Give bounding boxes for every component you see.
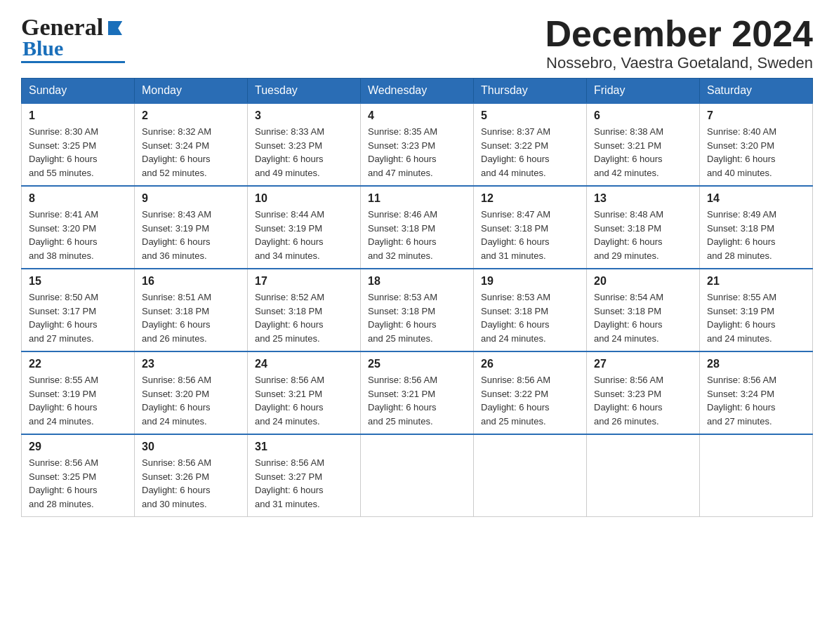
- day-info: Sunrise: 8:54 AMSunset: 3:18 PMDaylight:…: [594, 290, 692, 345]
- calendar-header: Sunday Monday Tuesday Wednesday Thursday…: [22, 79, 813, 104]
- page-header: General Blue December 2024 Nossebro, Vae…: [21, 14, 813, 72]
- day-info: Sunrise: 8:35 AMSunset: 3:23 PMDaylight:…: [368, 125, 466, 180]
- day-info: Sunrise: 8:37 AMSunset: 3:22 PMDaylight:…: [481, 125, 579, 180]
- day-info: Sunrise: 8:56 AMSunset: 3:22 PMDaylight:…: [481, 373, 579, 428]
- day-number: 28: [707, 358, 805, 370]
- calendar-cell: 5Sunrise: 8:37 AMSunset: 3:22 PMDaylight…: [474, 103, 587, 186]
- day-number: 29: [29, 441, 127, 453]
- day-info: Sunrise: 8:53 AMSunset: 3:18 PMDaylight:…: [368, 290, 466, 345]
- day-info: Sunrise: 8:30 AMSunset: 3:25 PMDaylight:…: [29, 125, 127, 180]
- day-number: 4: [368, 109, 466, 122]
- calendar-cell: 3Sunrise: 8:33 AMSunset: 3:23 PMDaylight…: [248, 103, 361, 186]
- calendar-cell: 16Sunrise: 8:51 AMSunset: 3:18 PMDayligh…: [135, 269, 248, 351]
- calendar-cell: 11Sunrise: 8:46 AMSunset: 3:18 PMDayligh…: [361, 186, 474, 269]
- day-number: 14: [707, 192, 805, 205]
- logo-flag-icon: [105, 18, 125, 38]
- day-info: Sunrise: 8:43 AMSunset: 3:19 PMDaylight:…: [142, 208, 240, 262]
- calendar-cell: [587, 434, 700, 517]
- day-number: 6: [594, 109, 692, 122]
- day-number: 9: [142, 192, 240, 205]
- day-number: 11: [368, 192, 466, 205]
- day-info: Sunrise: 8:44 AMSunset: 3:19 PMDaylight:…: [255, 208, 353, 262]
- day-number: 3: [255, 109, 353, 122]
- calendar-cell: 8Sunrise: 8:41 AMSunset: 3:20 PMDaylight…: [22, 186, 135, 269]
- day-number: 1: [29, 109, 127, 122]
- day-number: 27: [594, 358, 692, 370]
- day-info: Sunrise: 8:48 AMSunset: 3:18 PMDaylight:…: [594, 208, 692, 262]
- calendar-cell: 15Sunrise: 8:50 AMSunset: 3:17 PMDayligh…: [22, 269, 135, 351]
- calendar-cell: 7Sunrise: 8:40 AMSunset: 3:20 PMDaylight…: [700, 103, 813, 186]
- calendar-cell: [474, 434, 587, 517]
- day-number: 10: [255, 192, 353, 205]
- day-number: 26: [481, 358, 579, 370]
- calendar-cell: 14Sunrise: 8:49 AMSunset: 3:18 PMDayligh…: [700, 186, 813, 269]
- day-info: Sunrise: 8:49 AMSunset: 3:18 PMDaylight:…: [707, 208, 805, 262]
- location: Nossebro, Vaestra Goetaland, Sweden: [545, 54, 813, 72]
- day-info: Sunrise: 8:41 AMSunset: 3:20 PMDaylight:…: [29, 208, 127, 262]
- day-number: 13: [594, 192, 692, 205]
- header-thursday: Thursday: [474, 79, 587, 104]
- day-number: 25: [368, 358, 466, 370]
- month-title: December 2024: [545, 14, 813, 54]
- calendar-week-1: 1Sunrise: 8:30 AMSunset: 3:25 PMDaylight…: [22, 103, 813, 186]
- calendar-cell: [361, 434, 474, 517]
- calendar-cell: 13Sunrise: 8:48 AMSunset: 3:18 PMDayligh…: [587, 186, 700, 269]
- day-number: 22: [29, 358, 127, 370]
- day-number: 21: [707, 275, 805, 288]
- header-monday: Monday: [135, 79, 248, 104]
- calendar-cell: 22Sunrise: 8:55 AMSunset: 3:19 PMDayligh…: [22, 351, 135, 434]
- day-number: 17: [255, 275, 353, 288]
- calendar-cell: 26Sunrise: 8:56 AMSunset: 3:22 PMDayligh…: [474, 351, 587, 434]
- day-number: 19: [481, 275, 579, 288]
- header-sunday: Sunday: [22, 79, 135, 104]
- day-number: 2: [142, 109, 240, 122]
- calendar-cell: 30Sunrise: 8:56 AMSunset: 3:26 PMDayligh…: [135, 434, 248, 517]
- day-number: 15: [29, 275, 127, 288]
- day-info: Sunrise: 8:32 AMSunset: 3:24 PMDaylight:…: [142, 125, 240, 180]
- day-info: Sunrise: 8:56 AMSunset: 3:26 PMDaylight:…: [142, 456, 240, 511]
- day-number: 24: [255, 358, 353, 370]
- calendar-table: Sunday Monday Tuesday Wednesday Thursday…: [21, 78, 813, 517]
- day-info: Sunrise: 8:38 AMSunset: 3:21 PMDaylight:…: [594, 125, 692, 180]
- calendar-cell: 25Sunrise: 8:56 AMSunset: 3:21 PMDayligh…: [361, 351, 474, 434]
- calendar-cell: 1Sunrise: 8:30 AMSunset: 3:25 PMDaylight…: [22, 103, 135, 186]
- day-info: Sunrise: 8:51 AMSunset: 3:18 PMDaylight:…: [142, 290, 240, 345]
- calendar-cell: 17Sunrise: 8:52 AMSunset: 3:18 PMDayligh…: [248, 269, 361, 351]
- header-tuesday: Tuesday: [248, 79, 361, 104]
- logo-underline: [21, 61, 125, 63]
- day-number: 23: [142, 358, 240, 370]
- calendar-cell: 28Sunrise: 8:56 AMSunset: 3:24 PMDayligh…: [700, 351, 813, 434]
- calendar-cell: 29Sunrise: 8:56 AMSunset: 3:25 PMDayligh…: [22, 434, 135, 517]
- calendar-cell: 2Sunrise: 8:32 AMSunset: 3:24 PMDaylight…: [135, 103, 248, 186]
- calendar-cell: 10Sunrise: 8:44 AMSunset: 3:19 PMDayligh…: [248, 186, 361, 269]
- day-info: Sunrise: 8:56 AMSunset: 3:24 PMDaylight:…: [707, 373, 805, 428]
- calendar-cell: 12Sunrise: 8:47 AMSunset: 3:18 PMDayligh…: [474, 186, 587, 269]
- day-info: Sunrise: 8:52 AMSunset: 3:18 PMDaylight:…: [255, 290, 353, 345]
- header-wednesday: Wednesday: [361, 79, 474, 104]
- day-number: 31: [255, 441, 353, 453]
- day-info: Sunrise: 8:53 AMSunset: 3:18 PMDaylight:…: [481, 290, 579, 345]
- calendar-body: 1Sunrise: 8:30 AMSunset: 3:25 PMDaylight…: [22, 103, 813, 517]
- logo: General Blue: [21, 14, 125, 63]
- day-info: Sunrise: 8:55 AMSunset: 3:19 PMDaylight:…: [29, 373, 127, 428]
- day-number: 12: [481, 192, 579, 205]
- calendar-cell: 9Sunrise: 8:43 AMSunset: 3:19 PMDaylight…: [135, 186, 248, 269]
- header-saturday: Saturday: [700, 79, 813, 104]
- day-number: 18: [368, 275, 466, 288]
- day-info: Sunrise: 8:56 AMSunset: 3:23 PMDaylight:…: [594, 373, 692, 428]
- logo-blue: Blue: [21, 36, 125, 60]
- calendar-cell: 21Sunrise: 8:55 AMSunset: 3:19 PMDayligh…: [700, 269, 813, 351]
- day-info: Sunrise: 8:56 AMSunset: 3:21 PMDaylight:…: [255, 373, 353, 428]
- calendar-cell: 27Sunrise: 8:56 AMSunset: 3:23 PMDayligh…: [587, 351, 700, 434]
- calendar-cell: 4Sunrise: 8:35 AMSunset: 3:23 PMDaylight…: [361, 103, 474, 186]
- calendar-cell: 20Sunrise: 8:54 AMSunset: 3:18 PMDayligh…: [587, 269, 700, 351]
- calendar-cell: 23Sunrise: 8:56 AMSunset: 3:20 PMDayligh…: [135, 351, 248, 434]
- calendar-cell: 24Sunrise: 8:56 AMSunset: 3:21 PMDayligh…: [248, 351, 361, 434]
- day-info: Sunrise: 8:56 AMSunset: 3:21 PMDaylight:…: [368, 373, 466, 428]
- day-number: 20: [594, 275, 692, 288]
- day-number: 30: [142, 441, 240, 453]
- day-info: Sunrise: 8:56 AMSunset: 3:25 PMDaylight:…: [29, 456, 127, 511]
- calendar-cell: 31Sunrise: 8:56 AMSunset: 3:27 PMDayligh…: [248, 434, 361, 517]
- calendar-cell: 6Sunrise: 8:38 AMSunset: 3:21 PMDaylight…: [587, 103, 700, 186]
- calendar-week-5: 29Sunrise: 8:56 AMSunset: 3:25 PMDayligh…: [22, 434, 813, 517]
